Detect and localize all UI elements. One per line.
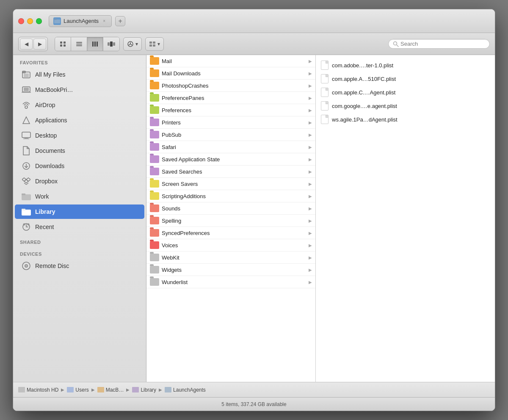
airdrop-label: AirDrop (35, 102, 55, 108)
folder-row[interactable]: WebKit▶ (146, 251, 315, 264)
recent-label: Recent (35, 224, 54, 230)
folder-name: WebKit (162, 254, 306, 261)
file-row[interactable]: ws.agile.1Pa…dAgent.plist (316, 113, 495, 126)
sidebar-item-recent[interactable]: Recent (15, 220, 144, 234)
sidebar-item-work[interactable]: Work (15, 189, 144, 204)
sidebar-item-library[interactable]: Library (15, 204, 144, 219)
svg-rect-25 (153, 44, 155, 47)
arrange-arrow: ▾ (157, 41, 160, 47)
folder-name: PubSub (162, 132, 306, 138)
path-folder-icon (67, 387, 74, 392)
folder-arrow-icon: ▶ (309, 120, 312, 125)
new-tab-button[interactable]: + (115, 16, 125, 26)
search-box[interactable] (388, 39, 490, 49)
folder-row[interactable]: Printers▶ (146, 116, 315, 129)
sidebar-item-macbookpri[interactable]: MacBookPri… (15, 83, 144, 97)
work-label: Work (35, 193, 49, 200)
svg-rect-8 (76, 45, 82, 46)
file-row[interactable]: com.apple.C.…Agent.plist (316, 86, 495, 99)
file-row[interactable]: com.adobe.…ter-1.0.plist (316, 58, 495, 72)
path-label: MacB… (106, 387, 124, 393)
active-tab[interactable]: LaunchAgents × (49, 15, 112, 27)
coverflow-view-button[interactable] (103, 37, 119, 51)
file-row[interactable]: com.apple.A…510FC.plist (316, 72, 495, 86)
sidebar-item-desktop[interactable]: Desktop (15, 128, 144, 143)
svg-rect-39 (23, 138, 29, 139)
folder-row[interactable]: Saved Searches▶ (146, 166, 315, 178)
folder-arrow-icon: ▶ (309, 169, 312, 174)
arrange-button[interactable]: ▾ (145, 37, 164, 51)
folder-row[interactable]: SyncedPreferences▶ (146, 227, 315, 239)
svg-rect-9 (92, 41, 94, 47)
forward-button[interactable]: ▶ (33, 39, 46, 50)
path-item[interactable]: Library (132, 387, 156, 393)
svg-marker-43 (26, 178, 30, 181)
action-button[interactable]: ▾ (123, 37, 142, 51)
folder-row[interactable]: Screen Savers▶ (146, 178, 315, 190)
folder-row[interactable]: Saved Application State▶ (146, 153, 315, 166)
applications-icon (22, 116, 31, 125)
tab-close-button[interactable]: × (101, 18, 107, 24)
folder-row[interactable]: Preferences▶ (146, 104, 315, 116)
folder-row[interactable]: Mail Downloads▶ (146, 67, 315, 80)
svg-rect-48 (22, 193, 25, 195)
folder-arrow-icon: ▶ (309, 268, 312, 272)
icon-view-button[interactable] (55, 37, 71, 51)
file-icon (321, 115, 329, 124)
folder-icon (150, 106, 159, 114)
sidebar-item-downloads[interactable]: Downloads (15, 159, 144, 173)
path-item[interactable]: Users (67, 387, 88, 393)
folder-icon (150, 82, 159, 89)
folder-name: Voices (162, 242, 306, 249)
sidebar-item-dropbox[interactable]: Dropbox (15, 174, 144, 188)
svg-rect-14 (113, 42, 115, 46)
folder-arrow-icon: ▶ (309, 255, 312, 260)
file-icon (321, 74, 329, 83)
folder-icon (150, 69, 159, 77)
folder-name: Sounds (162, 205, 306, 212)
sidebar-item-documents[interactable]: Documents (15, 144, 144, 158)
folder-row[interactable]: Spelling▶ (146, 215, 315, 227)
path-item[interactable]: LaunchAgents (165, 387, 206, 393)
file-name: com.apple.A…510FC.plist (332, 76, 396, 82)
folder-row[interactable]: Sounds▶ (146, 202, 315, 215)
back-button[interactable]: ◀ (20, 39, 33, 50)
column-view-button[interactable] (87, 37, 103, 51)
path-item[interactable]: Macintosh HD (18, 387, 58, 393)
folder-icon (150, 155, 159, 163)
folder-arrow-icon: ▶ (309, 182, 312, 186)
svg-rect-13 (110, 41, 113, 47)
desktop-label: Desktop (35, 132, 57, 139)
folder-name: Mail Downloads (162, 70, 306, 77)
list-view-button[interactable] (71, 37, 87, 51)
sidebar-item-all-my-files[interactable]: All My Files (15, 67, 144, 82)
folder-name: Safari (162, 144, 306, 150)
folder-row[interactable]: ScriptingAdditions▶ (146, 190, 315, 202)
sidebar-item-airdrop[interactable]: AirDrop (15, 98, 144, 112)
folder-row[interactable]: Mail▶ (146, 55, 315, 67)
svg-rect-2 (60, 41, 62, 44)
work-folder-icon (22, 192, 31, 201)
folder-row[interactable]: PhotoshopCrashes▶ (146, 80, 315, 92)
sidebar-item-applications[interactable]: Applications (15, 113, 144, 127)
close-button[interactable] (18, 18, 24, 24)
macbookpri-label: MacBookPri… (35, 86, 73, 93)
folder-row[interactable]: Widgets▶ (146, 264, 315, 276)
svg-rect-4 (60, 44, 62, 47)
minimize-button[interactable] (27, 18, 33, 24)
file-row[interactable]: com.google.…e.agent.plist (316, 99, 495, 113)
folder-row[interactable]: Voices▶ (146, 239, 315, 251)
sidebar-item-remote-disc[interactable]: Remote Disc (15, 259, 144, 273)
svg-rect-49 (22, 210, 31, 216)
folder-icon (150, 266, 159, 274)
svg-point-26 (394, 41, 397, 45)
path-item[interactable]: MacB… (97, 387, 124, 393)
folder-row[interactable]: PubSub▶ (146, 129, 315, 141)
svg-rect-50 (22, 209, 25, 210)
folder-row[interactable]: PreferencePanes▶ (146, 92, 315, 104)
folder-row[interactable]: Wunderlist▶ (146, 276, 315, 288)
all-my-files-label: All My Files (35, 71, 66, 78)
search-input[interactable] (400, 41, 485, 47)
maximize-button[interactable] (36, 18, 42, 24)
folder-row[interactable]: Safari▶ (146, 141, 315, 153)
